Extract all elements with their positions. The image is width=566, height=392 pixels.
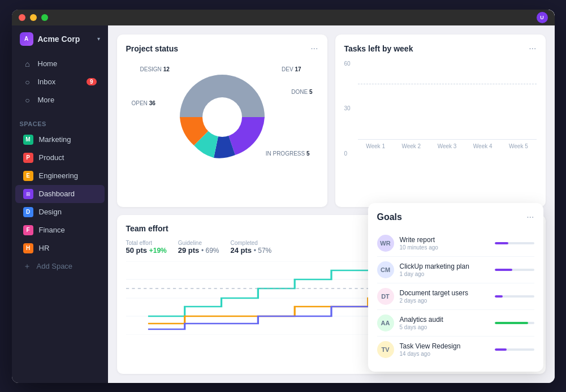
marketing-label: Marketing <box>39 135 71 144</box>
dashboard-label: Dashboard <box>39 189 75 198</box>
goal-time-4: 14 days ago <box>400 351 489 357</box>
progress-bar-bg-4 <box>495 348 534 351</box>
stat-completed-value: 24 pts • 57% <box>231 246 272 255</box>
close-button[interactable] <box>19 14 25 21</box>
goal-item-3: AA Analytics audit 5 days ago <box>377 310 534 337</box>
sidebar-item-inbox[interactable]: ○ Inbox 9 <box>15 73 105 91</box>
goal-item-4: TV Task View Redesign 14 days ago <box>377 337 534 363</box>
goal-info-2: Document target users 2 days ago <box>400 289 489 304</box>
week1-label: Week 1 <box>358 143 394 149</box>
progress-bar-bg-2 <box>495 295 534 298</box>
sidebar-item-more[interactable]: ○ More <box>15 91 105 109</box>
sidebar-item-home[interactable]: ⌂ Home <box>15 55 105 73</box>
goal-item-0: WR Write report 10 minutes ago <box>377 230 534 257</box>
project-status-title: Project status <box>126 44 179 53</box>
sidebar-item-dashboard[interactable]: ⊞ Dashboard <box>15 185 105 203</box>
hr-icon: H <box>23 243 33 253</box>
design-label: DESIGN 12 <box>140 66 170 72</box>
goal-time-3: 5 days ago <box>400 324 489 330</box>
stat-total-change: +19% <box>149 247 167 255</box>
goals-menu[interactable]: ··· <box>526 212 534 222</box>
progress-bar-bg-0 <box>495 242 534 244</box>
hr-label: HR <box>39 244 50 252</box>
sidebar-more-label: More <box>38 96 55 104</box>
app-window: U A Acme Corp ▾ ⌂ Home ○ Inbox 9 ○ More <box>12 10 555 383</box>
user-avatar[interactable]: U <box>537 12 548 23</box>
sidebar-item-finance[interactable]: F Finance <box>15 221 105 239</box>
finance-label: Finance <box>39 226 65 234</box>
sidebar: A Acme Corp ▾ ⌂ Home ○ Inbox 9 ○ More Sp… <box>12 10 108 383</box>
project-status-menu[interactable]: ··· <box>310 44 318 54</box>
goal-progress-4 <box>495 348 534 351</box>
workspace-header[interactable]: A Acme Corp ▾ <box>12 25 108 53</box>
open-label: OPEN 36 <box>132 100 155 106</box>
tasks-menu[interactable]: ··· <box>529 44 536 54</box>
design-label: Design <box>39 208 62 216</box>
goal-info-3: Analytics audit 5 days ago <box>400 316 489 330</box>
inbox-badge: 9 <box>87 78 97 85</box>
more-icon: ○ <box>23 96 32 105</box>
sidebar-item-marketing[interactable]: M Marketing <box>15 131 105 149</box>
goal-name-4: Task View Redesign <box>400 342 489 350</box>
week3-label: Week 3 <box>429 143 465 149</box>
progress-bar-bg-1 <box>495 269 534 271</box>
goal-progress-2 <box>495 295 534 298</box>
progress-bar-fill-0 <box>495 242 509 244</box>
bar-chart-labels: Week 1 Week 2 Week 3 Week 4 Week 5 <box>358 140 537 149</box>
y-label-30: 30 <box>344 105 351 111</box>
goal-progress-0 <box>495 242 534 244</box>
sidebar-item-hr[interactable]: H HR <box>15 239 105 257</box>
stat-guideline: Guideline 29 pts • 69% <box>178 240 219 255</box>
bar-chart-container: 60 30 0 <box>344 61 537 174</box>
stat-guideline-label: Guideline <box>178 240 219 246</box>
sidebar-inbox-label: Inbox <box>38 77 56 86</box>
product-label: Product <box>39 153 64 162</box>
goal-avatar-0: WR <box>377 235 394 252</box>
sidebar-home-label: Home <box>38 59 58 68</box>
project-status-header: Project status ··· <box>126 44 318 54</box>
y-label-60: 60 <box>344 61 351 67</box>
goals-header: Goals ··· <box>377 212 534 222</box>
minimize-button[interactable] <box>30 14 37 21</box>
progress-bar-fill-2 <box>495 295 503 298</box>
tasks-header: Tasks left by week ··· <box>344 44 537 54</box>
maximize-button[interactable] <box>41 14 48 21</box>
marketing-icon: M <box>23 135 33 145</box>
add-space-label: Add Space <box>37 262 73 270</box>
goal-info-4: Task View Redesign 14 days ago <box>400 342 489 357</box>
sidebar-item-design[interactable]: D Design <box>15 203 105 221</box>
progress-bar-fill-4 <box>495 348 507 351</box>
sidebar-nav: ⌂ Home ○ Inbox 9 ○ More <box>12 53 108 111</box>
svg-point-0 <box>202 97 242 137</box>
dashboard-icon: ⊞ <box>23 189 33 199</box>
goal-item-2: DT Document target users 2 days ago <box>377 283 534 310</box>
goal-avatar-4: TV <box>377 341 394 358</box>
goal-time-1: 1 day ago <box>400 271 489 277</box>
design-icon: D <box>23 207 33 217</box>
in-progress-label: IN PROGRESS 5 <box>266 150 310 157</box>
finance-icon: F <box>23 225 33 235</box>
done-label: DONE 5 <box>291 89 312 95</box>
stat-guideline-value: 29 pts • 69% <box>178 246 219 255</box>
add-space-button[interactable]: ＋ Add Space <box>15 257 105 275</box>
plus-icon: ＋ <box>23 261 31 272</box>
home-icon: ⌂ <box>23 59 32 68</box>
goal-progress-3 <box>495 322 534 324</box>
week2-label: Week 2 <box>394 143 429 149</box>
goals-panel: Goals ··· WR Write report 10 minutes ago… <box>368 203 543 372</box>
pie-chart-container: DEV 17 DONE 5 IN PROGRESS 5 OPEN 36 DESI… <box>126 61 318 174</box>
sidebar-item-product[interactable]: P Product <box>15 149 105 167</box>
stat-total-value: 50 pts +19% <box>126 246 167 255</box>
goal-progress-1 <box>495 269 534 271</box>
stat-completed-label: Completed <box>231 240 272 246</box>
tasks-by-week-card: Tasks left by week ··· 60 30 0 <box>335 35 546 207</box>
goal-time-2: 2 days ago <box>400 298 489 304</box>
goal-name-3: Analytics audit <box>400 316 489 324</box>
goal-item-1: CM ClickUp marketing plan 1 day ago <box>377 257 534 283</box>
sidebar-item-engineering[interactable]: E Engineering <box>15 167 105 185</box>
goal-avatar-1: CM <box>377 261 394 278</box>
week4-label: Week 4 <box>465 143 500 149</box>
goal-avatar-2: DT <box>377 288 394 305</box>
inbox-icon: ○ <box>23 77 32 87</box>
stat-total-effort: Total effort 50 pts +19% <box>126 240 167 255</box>
